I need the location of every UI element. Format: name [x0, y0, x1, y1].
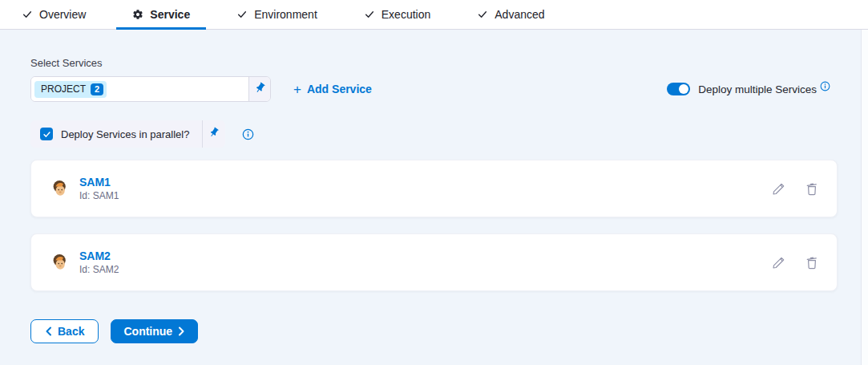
- tab-environment[interactable]: Environment: [220, 0, 333, 29]
- pencil-icon: [772, 182, 785, 196]
- check-icon: [42, 130, 51, 139]
- service-step-panel: Select Services PROJECT 2 + Add Service: [0, 30, 868, 365]
- tab-execution[interactable]: Execution: [348, 0, 446, 29]
- plus-icon: +: [293, 83, 301, 96]
- deploy-multiple-services-toggle[interactable]: [667, 83, 690, 95]
- back-button-label: Back: [58, 325, 84, 338]
- service-chip-label: PROJECT: [41, 83, 86, 95]
- add-service-label: Add Service: [307, 83, 372, 95]
- check-icon: [477, 9, 488, 20]
- check-icon: [22, 9, 33, 20]
- panel-right-edge: [861, 30, 868, 365]
- continue-button[interactable]: Continue: [111, 319, 198, 343]
- select-services-label: Select Services: [30, 30, 838, 69]
- service-card-sam2: SAM2 Id: SAM2: [30, 233, 838, 291]
- selected-services-field[interactable]: PROJECT 2: [31, 77, 248, 101]
- tab-advanced[interactable]: Advanced: [461, 0, 560, 29]
- service-id: Id: SAM2: [79, 264, 119, 275]
- edit-service-button[interactable]: [772, 256, 785, 270]
- tab-overview[interactable]: Overview: [6, 0, 102, 29]
- trash-icon: [805, 182, 818, 196]
- tab-label: Environment: [254, 8, 317, 21]
- delete-service-button[interactable]: [805, 182, 818, 196]
- continue-button-label: Continue: [123, 325, 172, 338]
- runtime-input-pin-button[interactable]: [248, 77, 270, 101]
- tab-label: Service: [150, 8, 190, 21]
- gear-icon: [132, 9, 143, 20]
- back-button[interactable]: Back: [30, 319, 99, 343]
- deploy-parallel-label: Deploy Services in parallel?: [61, 128, 189, 140]
- check-icon: [236, 9, 248, 20]
- add-service-button[interactable]: + Add Service: [293, 83, 372, 96]
- toggle-knob: [679, 84, 688, 94]
- service-avatar: [50, 253, 70, 272]
- deploy-parallel-field: Deploy Services in parallel?: [30, 120, 225, 148]
- tab-label: Overview: [39, 8, 86, 21]
- pencil-icon: [772, 256, 785, 270]
- info-icon[interactable]: [242, 128, 254, 140]
- service-chip[interactable]: PROJECT 2: [34, 81, 107, 98]
- runtime-input-pin-button[interactable]: [203, 120, 225, 148]
- service-card-sam1: SAM1 Id: SAM1: [30, 160, 838, 217]
- select-services-input[interactable]: PROJECT 2: [30, 76, 271, 102]
- wizard-tab-bar: Overview Service Environment Execution A…: [0, 0, 868, 30]
- pin-icon: [208, 127, 220, 141]
- service-chip-count-badge: 2: [91, 83, 103, 95]
- service-name-link[interactable]: SAM1: [79, 176, 119, 189]
- chevron-left-icon: [45, 326, 52, 336]
- tab-service[interactable]: Service: [116, 0, 206, 29]
- service-avatar: [50, 179, 70, 198]
- edit-service-button[interactable]: [772, 182, 785, 196]
- trash-icon: [805, 256, 818, 270]
- delete-service-button[interactable]: [805, 256, 818, 270]
- deploy-parallel-checkbox[interactable]: [40, 128, 53, 140]
- service-id: Id: SAM1: [79, 190, 119, 201]
- chevron-right-icon: [178, 326, 185, 336]
- tab-label: Advanced: [495, 8, 544, 21]
- deploy-multiple-services-label: Deploy multiple Services: [698, 83, 817, 95]
- tab-label: Execution: [382, 8, 430, 21]
- service-name-link[interactable]: SAM2: [79, 249, 119, 262]
- info-icon[interactable]: [820, 80, 830, 95]
- pin-icon: [254, 82, 266, 97]
- check-icon: [364, 9, 375, 20]
